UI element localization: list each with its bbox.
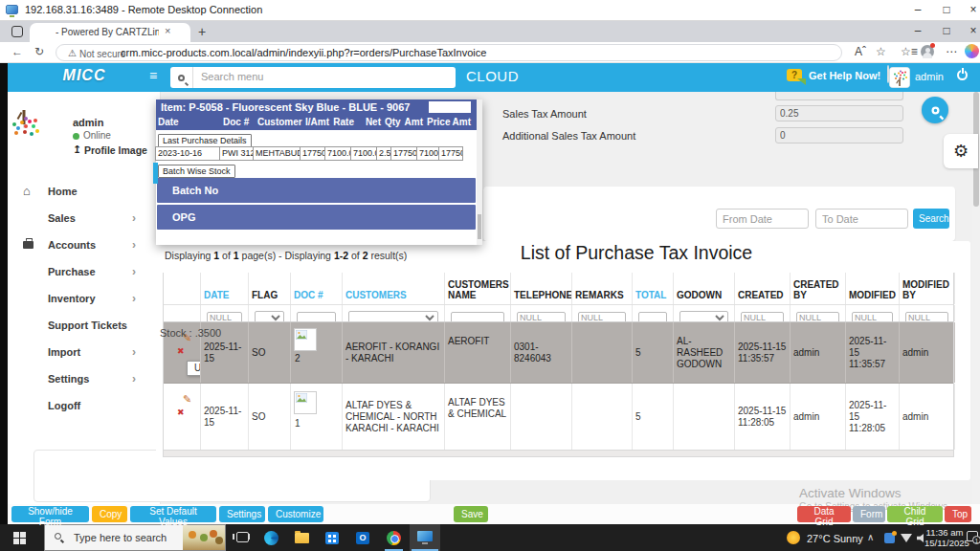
last-purchase-details-button[interactable]: Last Purchase Details [158,134,252,147]
favorites-bar-icon[interactable]: ☆≡ [901,45,918,58]
profile-image-link[interactable]: Profile Image [84,144,147,156]
file-explorer-icon[interactable] [295,533,309,543]
notification-center-icon[interactable]: 1 [967,531,978,541]
edge-taskbar-icon[interactable] [264,531,278,545]
sidebar-item-purchase[interactable]: Purchase › [8,258,161,285]
menu-search-box[interactable]: Search menu [170,67,456,88]
delete-icon[interactable]: ✖ [177,407,185,418]
app-logo[interactable]: MICC [46,67,122,84]
filter-created-by-input[interactable] [796,312,839,322]
settings-button[interactable]: Settings [219,506,265,522]
search-highlight-image[interactable] [183,525,225,550]
filter-total-input[interactable] [638,312,667,322]
read-aloud-icon[interactable]: Aˆ [855,45,866,58]
browser-minimize-button[interactable]: – [904,21,931,41]
start-button-icon[interactable] [13,532,19,538]
save-button[interactable]: Save [454,506,488,522]
settings-gear-button[interactable]: ⚙ [944,134,978,168]
copilot-icon[interactable] [965,44,979,58]
browser-restore-button[interactable]: □ [933,21,960,41]
filter-modified-input[interactable] [852,312,893,322]
refresh-icon[interactable]: ↻ [34,45,44,58]
sidebar-item-support-tickets[interactable]: Support Tickets [8,312,161,339]
form-button[interactable]: Form [853,506,885,522]
get-help-link[interactable]: Get Help Now! [809,70,880,81]
weather-label[interactable]: 27°C Sunny [807,533,863,544]
sidebar-item-inventory[interactable]: Inventory › [8,285,161,312]
rdp-close-button[interactable]: × [960,0,980,20]
filter-modified-by-input[interactable] [905,312,948,322]
sidebar-item-logoff[interactable]: Logoff [8,392,161,419]
hamburger-menu-icon[interactable]: ≡ [149,68,157,83]
page-scrollbar[interactable] [972,63,980,504]
filter-customers-select[interactable] [348,311,438,321]
set-default-values-button[interactable]: Set Default Values [130,506,216,522]
sidebar-avatar[interactable] [23,110,25,128]
rdp-taskbar-tile[interactable] [410,524,440,551]
filter-date-input[interactable] [207,312,242,322]
tab-close-icon[interactable]: × [165,25,170,36]
batch-wise-stock-button[interactable]: Batch Wise Stock [158,165,235,178]
filter-remarks-input[interactable] [578,312,626,322]
outlook-icon[interactable]: O [356,532,369,544]
sidebar-item-import[interactable]: Import › [8,339,161,365]
sidebar-item-home[interactable]: ⌂ Home [8,178,161,205]
delete-icon[interactable]: ✖ [177,345,185,357]
taskbar-clock[interactable]: 11:36 am 15/11/2025 [924,527,965,548]
more-menu-icon[interactable]: ⋯ [946,45,957,58]
header-username[interactable]: admin [915,71,944,82]
grid-header-doc[interactable]: DOC # [291,273,343,304]
top-button[interactable]: Top [945,506,971,522]
edit-pencil-icon[interactable]: ✎ [183,393,191,405]
show-hide-form-button[interactable]: Show/hide Form [11,506,89,522]
customize-button[interactable]: Customize [268,506,323,522]
copy-button[interactable]: Copy [92,506,127,522]
additional-tax-input[interactable] [775,127,903,143]
search-button[interactable]: Search [913,209,949,229]
filter-doc-input[interactable] [297,312,336,322]
tray-app-icon[interactable] [884,533,895,543]
chrome-icon[interactable] [387,531,401,545]
sidebar-item-sales[interactable]: Sales › [8,205,161,231]
opg-bar[interactable]: OPG [157,205,476,230]
table-row[interactable]: ✎ ✖ 2025-11-15 SO 1 ALTAF DYES & CHEMICA… [164,384,953,451]
to-date-input[interactable] [815,209,908,229]
browser-close-button[interactable]: × [960,21,980,41]
sidebar-item-label: Purchase [48,266,96,277]
table-row[interactable]: ✎ ✖ Update 2025-11-15 SO 2 AEROFIT - KOR… [164,322,953,384]
favorite-star-icon[interactable]: ☆ [876,45,886,58]
filter-flag-select[interactable] [255,311,284,321]
microsoft-store-icon[interactable] [325,532,339,544]
help-icon: ? [787,69,802,81]
grid-header-customers-name: CUSTOMERS NAME [445,273,511,304]
taskbar-search-placeholder: Type here to search [74,532,167,543]
from-date-input[interactable] [716,209,809,229]
data-grid-button[interactable]: Data Grid [797,506,851,522]
filter-customers-name-input[interactable] [451,312,504,322]
back-icon[interactable]: ← [11,45,23,58]
grid-header-date[interactable]: DATE [201,273,249,304]
tray-expand-icon[interactable]: ∧ [867,532,874,542]
rdp-maximize-button[interactable]: □ [933,0,960,20]
filter-created-input[interactable] [741,312,784,322]
sales-tax-input[interactable] [775,105,903,121]
taskbar-search-box[interactable]: Type here to search [44,524,226,551]
sidebar-item-accounts[interactable]: Accounts › [8,231,161,258]
batch-no-bar[interactable]: Batch No [157,178,476,203]
grid-header-total[interactable]: TOTAL [633,273,674,304]
new-tab-button[interactable]: + [198,24,206,39]
weather-sun-icon[interactable] [787,531,800,544]
popup-scrollbar[interactable] [477,99,482,245]
task-view-icon[interactable] [236,532,249,542]
grid-header-customers[interactable]: CUSTOMERS [343,273,445,304]
filter-telephone-input[interactable] [517,312,566,322]
floating-search-button[interactable] [922,97,948,123]
rdp-minimize-button[interactable]: – [904,0,931,20]
sidebar-item-settings[interactable]: Settings › [8,365,161,392]
header-avatar[interactable] [887,65,889,83]
tab-list-icon[interactable] [11,26,23,37]
menu-search-placeholder: Search menu [201,71,263,82]
filter-godown-select[interactable] [679,311,728,321]
logout-power-icon[interactable] [957,70,968,80]
child-grid-button[interactable]: Child Grid [887,506,943,522]
